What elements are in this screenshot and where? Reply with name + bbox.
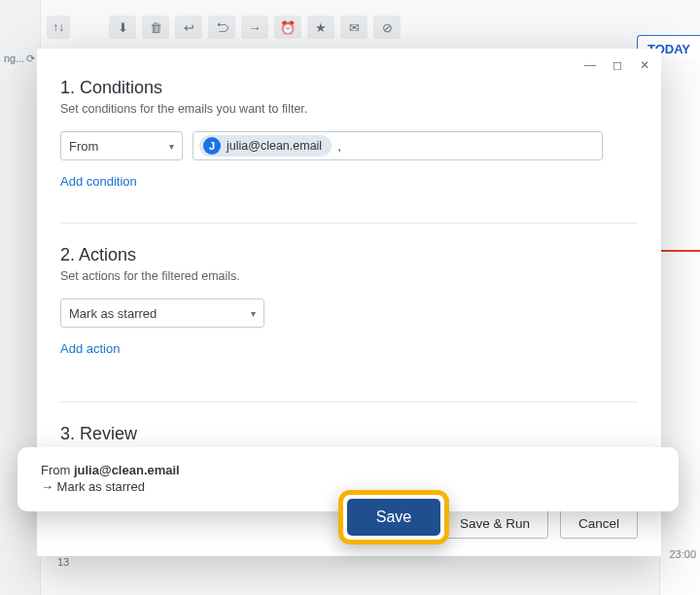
save-run-button[interactable]: Save & Run [441,508,548,539]
calendar-sidebar [659,58,700,595]
condition-field-select[interactable]: From ▾ [60,131,183,160]
chevron-down-icon: ▾ [251,308,256,319]
close-icon[interactable]: ✕ [636,56,653,74]
dialog-footer: Save & Run Cancel [441,508,638,539]
sync-status: ng...⟳ [4,52,35,65]
save-button[interactable]: Save [347,499,440,536]
trash-icon[interactable]: 🗑 [142,16,169,39]
time-label: 23:00 [669,548,696,560]
date-label: 13 [57,556,69,568]
now-indicator [661,250,700,252]
review-title: 3. Review [60,424,638,444]
block-icon[interactable]: ⊘ [373,16,401,39]
condition-row: From ▾ J julia@clean.email , [60,131,638,160]
star-icon[interactable]: ★ [307,16,334,39]
chip-email: julia@clean.email [227,139,322,153]
conditions-subtitle: Set conditions for the emails you want t… [60,102,638,116]
add-condition-link[interactable]: Add condition [60,174,137,189]
add-action-link[interactable]: Add action [60,341,120,356]
avatar: J [203,137,221,155]
divider [60,223,638,224]
maximize-icon[interactable]: ◻ [609,56,626,74]
download-icon[interactable]: ⬇ [109,16,136,39]
chevron-down-icon: ▾ [169,141,174,152]
review-line-1: From julia@clean.email [41,463,655,477]
condition-value-input[interactable]: J julia@clean.email , [192,131,603,160]
reply-all-icon[interactable]: ⮌ [208,16,235,39]
divider [60,402,638,402]
chip-separator: , [337,139,341,154]
save-button-highlight: Save [338,490,449,544]
cancel-button[interactable]: Cancel [560,508,638,539]
message-toolbar: ⬇ 🗑 ↩ ⮌ → ⏰ ★ ✉ ⊘ [109,16,401,39]
reply-icon[interactable]: ↩ [175,16,202,39]
refresh-icon: ⟳ [26,52,35,65]
clock-icon[interactable]: ⏰ [274,16,301,39]
mail-icon[interactable]: ✉ [340,16,368,39]
condition-field-label: From [69,139,98,154]
action-select[interactable]: Mark as starred ▾ [60,298,264,328]
email-chip[interactable]: J julia@clean.email [199,135,332,157]
conditions-title: 1. Conditions [60,78,638,98]
forward-icon[interactable]: → [241,16,268,39]
minimize-icon[interactable]: — [581,56,599,74]
window-controls: — ◻ ✕ [581,56,653,74]
actions-subtitle: Set actions for the filtered emails. [60,269,638,283]
action-select-label: Mark as starred [69,306,157,321]
actions-title: 2. Actions [60,245,638,265]
sort-button[interactable]: ↑↓ [47,16,70,39]
